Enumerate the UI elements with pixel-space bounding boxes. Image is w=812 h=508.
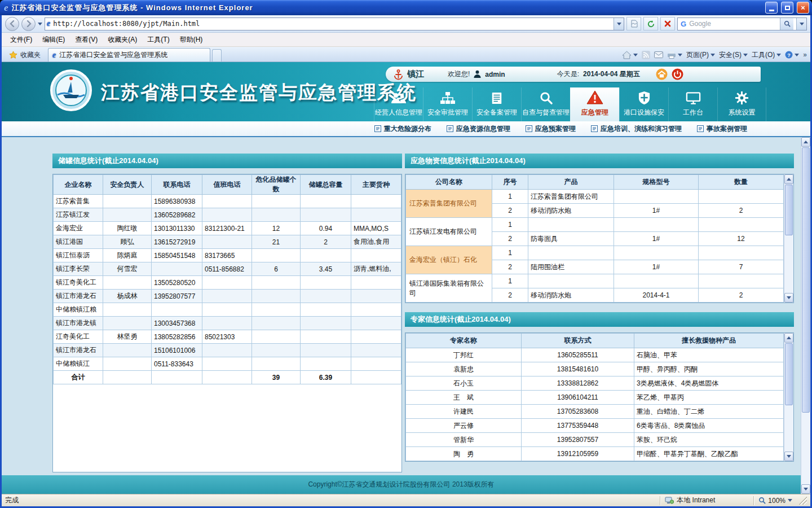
tank-cell: 镇江市港龙镇 xyxy=(54,317,103,330)
address-input[interactable]: e http://localhost:8080/yjpt/Main.html xyxy=(45,17,624,30)
menu-edit[interactable]: 编辑(E) xyxy=(37,33,70,46)
tank-cell: 镇江奇美化工 xyxy=(54,276,103,290)
supplies-table-row[interactable]: 镇江港国际集装箱有限公司1 xyxy=(406,274,784,288)
home-shortcut-button[interactable] xyxy=(656,68,668,80)
experts-table-row[interactable]: 袁新忠13815481610甲醇、异丙醇、丙酮 xyxy=(406,362,784,376)
experts-table-row[interactable]: 石小玉133388128623类易燃液体、4类易燃固体 xyxy=(406,376,784,391)
search-go-button[interactable] xyxy=(780,18,793,30)
safety-menu-button[interactable]: 安全(S) xyxy=(719,50,748,60)
stop-button[interactable] xyxy=(660,17,675,30)
experts-scrollbar[interactable] xyxy=(784,333,793,461)
scroll-up-button[interactable] xyxy=(801,137,810,147)
tank-table-row[interactable]: 镇江恒泰沥陈炳庭1585045154883173665 xyxy=(54,249,401,262)
experts-table-row[interactable]: 严云修137753594486类毒害品、8类腐蚀品 xyxy=(406,419,784,433)
menu-file[interactable]: 文件(F) xyxy=(5,33,37,46)
subnav-plan-management[interactable]: 应急预案管理 xyxy=(526,124,576,134)
forward-button[interactable] xyxy=(21,17,36,31)
tank-table-row[interactable]: 中储粮镇江0511-833643 xyxy=(54,357,401,371)
nav-item-settings[interactable]: 系统设置 xyxy=(717,87,766,121)
experts-table-row[interactable]: 管新华13952807557苯胺、环己烷 xyxy=(406,433,784,447)
scroll-up-button[interactable] xyxy=(784,174,793,184)
menu-tools[interactable]: 工具(T) xyxy=(142,33,174,46)
tank-cell: 15896380938 xyxy=(152,195,202,208)
experts-table-row[interactable]: 丁邦红13605285511石脑油、甲苯 xyxy=(406,348,784,362)
history-dropdown[interactable] xyxy=(38,23,42,25)
tank-table-row[interactable]: 镇江奇美化工13505280520 xyxy=(54,276,401,290)
tab-active[interactable]: e 江苏省港口安全监管与应急管理系统 xyxy=(48,48,210,62)
tank-cell: 13615272919 xyxy=(152,235,202,249)
subnav-hazard-distribution[interactable]: 重大危险源分布 xyxy=(374,124,431,134)
menu-favorites[interactable]: 收藏夹(A) xyxy=(103,33,142,46)
refresh-button[interactable] xyxy=(643,17,658,30)
tank-table-row[interactable]: 镇江李长荣何雪宏0511-85688263.45沥青,燃料油, xyxy=(54,262,401,276)
supplies-cell: 7 xyxy=(699,260,784,274)
print-button[interactable] xyxy=(667,51,682,59)
feeds-button[interactable] xyxy=(642,51,650,59)
supplies-table-row[interactable]: 金海宏业（镇江）石化1 xyxy=(406,246,784,260)
home-button[interactable] xyxy=(622,51,638,59)
scroll-thumb[interactable] xyxy=(785,343,793,405)
nav-item-inspection[interactable]: 自查与督查管理 xyxy=(521,87,570,121)
zoom-control[interactable]: 100% xyxy=(758,497,792,505)
nav-item-safety-approval[interactable]: 安全审批管理 xyxy=(423,87,472,121)
scroll-thumb[interactable] xyxy=(802,147,810,413)
tank-table-row[interactable]: 江苏镇江发13605289682 xyxy=(54,208,401,222)
resize-grip[interactable] xyxy=(799,497,807,505)
tank-table-row[interactable]: 镇江市港龙石15106101006 xyxy=(54,344,401,357)
mail-button[interactable] xyxy=(654,51,663,58)
url-dropdown-button[interactable] xyxy=(614,18,624,30)
compatibility-view-button[interactable] xyxy=(626,17,641,30)
tank-cell xyxy=(252,344,301,357)
nav-item-operators[interactable]: 经营人信息管理 xyxy=(374,87,423,121)
supplies-cell: 移动消防水炮 xyxy=(528,204,614,218)
tank-table-row[interactable]: 镇江港国顾弘13615272919212食用油,食用 xyxy=(54,235,401,249)
supplies-table-row[interactable]: 江苏镇江发电有限公司1 xyxy=(406,218,784,232)
experts-table-row[interactable]: 陶 勇13912105959甲缩醛、甲基异丁基酮、乙酸乙酯 xyxy=(406,447,784,461)
close-button[interactable]: × xyxy=(797,2,809,14)
scroll-down-button[interactable] xyxy=(801,484,810,494)
tank-table-row[interactable]: 镇江市港龙石杨成林13952807577 xyxy=(54,290,401,303)
nav-item-workbench[interactable]: 工作台 xyxy=(668,87,717,121)
subnav-accident-cases[interactable]: 事故案例管理 xyxy=(697,124,747,134)
minimize-button[interactable] xyxy=(765,2,778,14)
subnav-training-drill[interactable]: 应急培训、演练和演习管理 xyxy=(591,124,682,134)
new-tab-button[interactable] xyxy=(212,49,222,62)
page-scrollbar[interactable] xyxy=(801,137,810,494)
search-dropdown-button[interactable] xyxy=(796,18,806,30)
refresh-icon xyxy=(647,20,655,28)
nav-item-safety-filing[interactable]: 安全备案管理 xyxy=(472,87,521,121)
subnav-resource-info[interactable]: 应急资源信息管理 xyxy=(447,124,510,134)
nav-item-port-security[interactable]: 港口设施保安 xyxy=(619,87,668,121)
scroll-up-button[interactable] xyxy=(784,333,793,343)
back-button[interactable] xyxy=(5,17,19,31)
username-label: admin xyxy=(485,71,505,78)
experts-table-row[interactable]: 王 斌13906104211苯乙烯、甲基丙 xyxy=(406,391,784,405)
tools-menu-button[interactable]: 工具(O) xyxy=(752,50,781,60)
title-bar[interactable]: e 江苏省港口安全监管与应急管理系统 - Windows Internet Ex… xyxy=(0,0,812,15)
experts-table-row[interactable]: 许建民13705283608重油、白蜡油、丁二烯 xyxy=(406,405,784,419)
tank-panel-title: 储罐信息统计(截止2014.04.04) xyxy=(52,154,402,168)
page-menu-button[interactable]: 页面(P) xyxy=(686,50,715,60)
tank-table-row[interactable]: 江苏索普集15896380938 xyxy=(54,195,401,208)
scroll-down-button[interactable] xyxy=(784,452,793,461)
tank-table-row[interactable]: 江奇美化工林坚勇1380528285685021303 xyxy=(54,330,401,344)
scroll-thumb[interactable] xyxy=(785,185,793,235)
tank-table-row[interactable]: 金海宏业陶红暾1301301133083121300-21120.94MMA,M… xyxy=(54,222,401,235)
search-input[interactable]: G Google xyxy=(677,17,807,30)
overflow-chevron-icon[interactable]: » xyxy=(803,51,807,59)
menu-view[interactable]: 查看(V) xyxy=(70,33,103,46)
supplies-table-row[interactable]: 江苏索普集团有限公司1江苏索普集团有限公司 xyxy=(406,190,784,204)
supplies-scrollbar[interactable] xyxy=(784,174,793,303)
tank-cell xyxy=(252,249,301,262)
menu-help[interactable]: 帮助(H) xyxy=(175,33,208,46)
tank-cell: 镇江港国 xyxy=(54,235,103,249)
favorites-button[interactable]: 收藏夹 xyxy=(4,48,46,62)
restore-button[interactable] xyxy=(781,2,793,14)
tank-table-row[interactable]: 镇江市港龙镇13003457368 xyxy=(54,317,401,330)
tank-table-row[interactable]: 中储粮镇江粮 xyxy=(54,303,401,317)
tank-cell xyxy=(351,249,401,262)
nav-item-emergency[interactable]: 应急管理 xyxy=(570,87,619,121)
help-button[interactable]: ? xyxy=(785,51,799,59)
scroll-down-button[interactable] xyxy=(784,293,793,303)
logout-button[interactable] xyxy=(672,68,683,80)
